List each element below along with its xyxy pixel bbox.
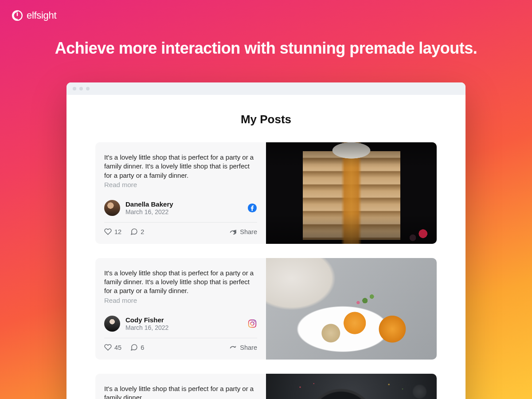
share-label: Share [240,344,257,351]
comment-count: 2 [141,228,144,235]
svg-rect-3 [249,320,256,327]
divider [104,338,257,338]
post-card: It's a lovely little shop that is perfec… [95,374,437,399]
post-image[interactable] [266,142,437,244]
share-button[interactable]: Share [229,228,257,236]
post-image[interactable] [266,258,437,360]
author-row: Danella Bakery March 16, 2022 [104,200,257,216]
comment-button[interactable]: 2 [130,228,144,235]
post-text: It's a lovely little shop that is perfec… [104,153,257,180]
svg-point-5 [254,321,255,322]
heart-icon [104,228,112,235]
author-avatar[interactable] [104,316,120,332]
post-actions: 12 2 Share [104,228,257,236]
like-count: 45 [114,344,121,351]
post-image[interactable] [266,374,437,399]
post-text: It's a lovely little shop that is perfec… [104,384,257,399]
brand-name: elfsight [27,10,56,21]
post-body: It's a lovely little shop that is perfec… [95,142,266,244]
like-count: 12 [114,228,121,235]
heart-icon [104,344,112,351]
comment-count: 6 [141,344,144,351]
browser-mockup: My Posts It's a lovely little shop that … [66,82,466,399]
share-button[interactable]: Share [229,344,257,352]
author-name: Danella Bakery [125,200,242,208]
author-name: Cody Fisher [125,316,242,324]
post-actions: 45 6 Share [104,344,257,352]
post-body: It's a lovely little shop that is perfec… [95,258,266,360]
comment-icon [130,228,138,235]
author-row: Cody Fisher March 16, 2022 [104,316,257,332]
like-button[interactable]: 12 [104,228,121,235]
comment-button[interactable]: 6 [130,344,144,351]
feed-content: My Posts It's a lovely little shop that … [66,95,466,399]
post-text: It's a lovely little shop that is perfec… [104,269,257,296]
window-dot [86,87,90,90]
author-info: Danella Bakery March 16, 2022 [125,200,242,215]
feed-title: My Posts [95,113,437,126]
browser-toolbar [66,82,466,95]
author-info: Cody Fisher March 16, 2022 [125,316,242,331]
brand-logo[interactable]: elfsight [12,10,56,21]
author-avatar[interactable] [104,200,120,216]
post-card: It's a lovely little shop that is perfec… [95,142,437,244]
post-card: It's a lovely little shop that is perfec… [95,258,437,360]
share-icon [229,228,237,236]
like-button[interactable]: 45 [104,344,121,351]
read-more-link[interactable]: Read more [104,297,257,304]
post-body: It's a lovely little shop that is perfec… [95,374,266,399]
post-date: March 16, 2022 [125,324,242,331]
window-dot [79,87,83,90]
comment-icon [130,344,138,351]
instagram-icon[interactable] [247,319,257,329]
post-date: March 16, 2022 [125,208,242,215]
window-dot [73,87,76,90]
share-label: Share [240,228,257,235]
elfsight-logo-icon [12,10,23,21]
read-more-link[interactable]: Read more [104,181,257,188]
facebook-icon[interactable] [247,203,257,213]
divider [104,222,257,223]
page-headline: Achieve more interaction with stunning p… [0,39,532,58]
svg-point-4 [250,322,254,325]
share-icon [229,344,237,352]
